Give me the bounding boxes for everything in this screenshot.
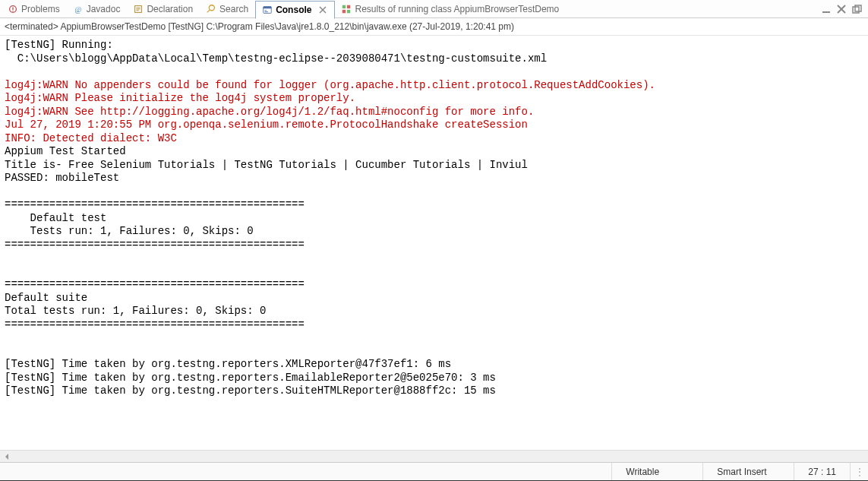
svg-rect-23 xyxy=(855,5,861,11)
svg-rect-15 xyxy=(342,5,346,8)
horizontal-scrollbar[interactable] xyxy=(0,450,868,462)
console-line: PASSED: mobileTest xyxy=(5,172,119,184)
view-tabbar: Problems @ Javadoc Declaration Search Co… xyxy=(0,0,868,18)
svg-text:@: @ xyxy=(74,5,81,13)
status-bar: Writable Smart Insert 27 : 11 ⋮ xyxy=(0,462,868,480)
tab-declaration[interactable]: Declaration xyxy=(127,0,200,17)
tab-label: Console xyxy=(276,5,311,15)
svg-rect-10 xyxy=(264,6,272,8)
close-icon[interactable] xyxy=(317,5,328,15)
declaration-icon xyxy=(133,4,144,14)
svg-rect-19 xyxy=(822,11,830,13)
tab-label: Problems xyxy=(21,4,60,14)
console-output[interactable]: [TestNG] Running: C:\Users\blogg\AppData… xyxy=(0,36,868,450)
console-line-warn: log4j:WARN See http://logging.apache.org… xyxy=(5,106,534,118)
tab-console[interactable]: Console xyxy=(255,1,335,19)
console-icon xyxy=(262,5,273,15)
tab-label: Declaration xyxy=(147,4,193,14)
javadoc-icon: @ xyxy=(73,4,84,14)
svg-point-8 xyxy=(209,5,214,10)
console-line: ========================================… xyxy=(5,198,305,210)
console-line: ========================================… xyxy=(5,239,305,251)
minimize-icon[interactable] xyxy=(821,4,832,14)
svg-rect-18 xyxy=(347,9,350,12)
console-line: [TestNG] Running: xyxy=(5,39,113,51)
console-line-warn: INFO: Detected dialect: W3C xyxy=(5,132,177,144)
svg-rect-17 xyxy=(342,9,346,12)
svg-rect-16 xyxy=(347,5,350,8)
console-line: Default suite xyxy=(5,292,87,304)
console-line: Appium Test Started xyxy=(5,145,126,157)
tab-label: Results of running class AppiumBrowserTe… xyxy=(355,4,559,14)
status-menu-icon[interactable]: ⋮ xyxy=(850,463,868,480)
console-line-warn: log4j:WARN Please initialize the log4j s… xyxy=(5,92,355,104)
svg-point-2 xyxy=(12,10,13,11)
console-line: [TestNG] Time taken by org.testng.report… xyxy=(5,384,496,397)
problems-icon xyxy=(8,4,18,14)
tab-problems[interactable]: Problems xyxy=(2,0,67,17)
testng-results-icon xyxy=(341,4,352,14)
tab-label: Search xyxy=(219,4,248,14)
search-icon xyxy=(206,4,216,14)
console-line: ========================================… xyxy=(5,318,305,331)
console-line: Tests run: 1, Failures: 0, Skips: 0 xyxy=(5,225,254,237)
status-insert-mode: Smart Insert xyxy=(702,463,794,480)
maximize-icon[interactable] xyxy=(836,4,847,14)
console-line-warn: Jul 27, 2019 1:20:55 PM org.openqa.selen… xyxy=(5,119,528,131)
tab-label: Javadoc xyxy=(87,4,121,14)
console-line-warn: log4j:WARN No appenders could be found f… xyxy=(5,79,655,91)
tab-search[interactable]: Search xyxy=(200,0,255,17)
console-line: Default test xyxy=(5,212,106,224)
console-line: ========================================… xyxy=(5,278,305,290)
svg-rect-22 xyxy=(853,7,859,13)
svg-marker-24 xyxy=(5,454,8,460)
console-line: Title is- Free Selenium Tutorials | Test… xyxy=(5,159,528,171)
console-line: C:\Users\blogg\AppData\Local\Temp\testng… xyxy=(5,52,547,65)
console-line: [TestNG] Time taken by org.testng.report… xyxy=(5,372,496,384)
tab-javadoc[interactable]: @ Javadoc xyxy=(67,0,128,17)
restore-icon[interactable] xyxy=(851,4,862,14)
console-header: <terminated> AppiumBrowserTestDemo [Test… xyxy=(0,18,868,36)
tab-results[interactable]: Results of running class AppiumBrowserTe… xyxy=(335,0,566,17)
console-line: [TestNG] Time taken by org.testng.report… xyxy=(5,358,451,370)
console-line: Total tests run: 1, Failures: 0, Skips: … xyxy=(5,305,266,317)
status-cursor-position: 27 : 11 xyxy=(794,463,850,480)
status-writable: Writable xyxy=(611,463,702,480)
scroll-left-icon[interactable] xyxy=(2,451,12,462)
tabbar-actions xyxy=(821,4,868,14)
